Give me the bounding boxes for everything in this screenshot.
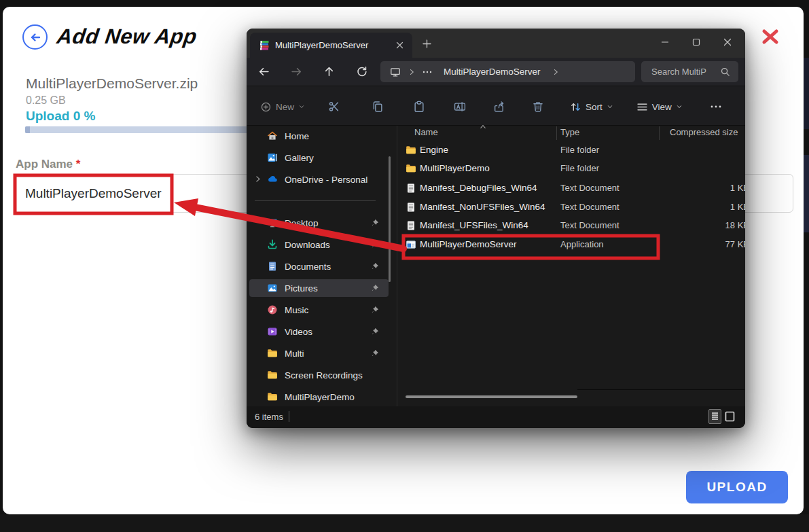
breadcrumb-chevron-icon[interactable] <box>552 68 560 76</box>
sidebar-item-downloads[interactable]: Downloads <box>249 236 389 253</box>
nav-forward-icon[interactable] <box>291 66 302 77</box>
upload-progress-fill <box>25 126 30 133</box>
breadcrumb-ellipsis-icon[interactable] <box>422 68 433 76</box>
column-divider[interactable] <box>556 126 557 140</box>
explorer-toolbar: New <box>247 86 745 126</box>
app-name-label: App Name * <box>16 158 80 171</box>
delete-button[interactable] <box>526 96 550 118</box>
text-document-icon <box>406 202 416 213</box>
folder-icon <box>406 145 416 156</box>
folder-icon <box>267 391 278 402</box>
upload-file-name: MultiPlayerDemoServer.zip <box>26 75 198 92</box>
view-icon <box>636 101 648 113</box>
upload-status-text: Upload 0 % <box>26 109 95 124</box>
file-row-multiplayerdemoserver-exe[interactable]: MultiPlayerDemoServer Application 77 KB <box>397 235 745 254</box>
file-row-manifest-ufsfiles[interactable]: Manifest_UFSFiles_Win64 Text Document 18… <box>397 216 745 235</box>
new-plus-icon <box>260 101 272 113</box>
pin-icon <box>371 306 379 314</box>
explorer-titlebar[interactable]: MultiPlayerDemoServer <box>247 29 745 58</box>
column-header-name[interactable]: Name <box>414 127 438 137</box>
chevron-down-icon <box>676 103 683 110</box>
explorer-tab[interactable]: MultiPlayerDemoServer <box>250 33 412 58</box>
share-button[interactable] <box>488 96 511 118</box>
sort-ascending-caret-icon <box>478 123 488 130</box>
new-button[interactable]: New <box>255 96 310 118</box>
sidebar-item-documents[interactable]: Documents <box>249 258 389 275</box>
sort-button[interactable]: Sort <box>564 96 619 118</box>
upload-file-size: 0.25 GB <box>26 94 66 107</box>
content-divider-line <box>577 389 744 390</box>
nav-back-icon[interactable] <box>258 66 270 77</box>
upload-button[interactable]: UPLOAD <box>686 471 788 503</box>
text-document-icon <box>406 220 416 231</box>
refresh-icon[interactable] <box>356 66 367 77</box>
home-icon <box>267 130 278 141</box>
explorer-body: Home Gallery OneDrive - Personal <box>247 126 745 406</box>
copy-icon <box>372 101 384 113</box>
breadcrumb-segment[interactable]: MultiPlayerDemoServer <box>444 67 541 77</box>
minimize-icon[interactable] <box>660 37 670 48</box>
more-options-button[interactable] <box>704 96 727 118</box>
cut-button[interactable] <box>323 96 346 118</box>
sidebar-scrollbar[interactable] <box>389 156 391 282</box>
maximize-icon[interactable] <box>691 37 702 48</box>
sidebar-item-multi[interactable]: Multi <box>249 344 389 362</box>
details-view-button[interactable] <box>708 409 721 424</box>
pin-icon <box>371 219 379 227</box>
sidebar-item-home[interactable]: Home <box>249 127 389 145</box>
view-button[interactable]: View <box>631 96 688 118</box>
folder-icon <box>267 348 278 359</box>
file-row-manifest-debugfiles[interactable]: Manifest_DebugFiles_Win64 Text Document … <box>397 179 745 198</box>
more-icon <box>710 103 722 111</box>
rename-button[interactable] <box>448 96 471 118</box>
column-header-size[interactable]: Compressed size <box>670 127 738 137</box>
folder-icon <box>267 370 278 380</box>
sidebar-item-music[interactable]: Music <box>249 301 389 319</box>
horizontal-scrollbar[interactable] <box>406 395 577 398</box>
list-view-icon <box>709 410 721 423</box>
sidebar-item-desktop[interactable]: Desktop <box>249 214 389 232</box>
this-pc-icon[interactable] <box>390 67 401 77</box>
sidebar-item-gallery[interactable]: Gallery <box>249 149 389 166</box>
new-tab-icon[interactable] <box>423 39 431 48</box>
gallery-icon <box>267 152 278 163</box>
search-box[interactable]: Search MultiP <box>641 61 738 82</box>
search-icon[interactable] <box>720 67 730 77</box>
breadcrumb-chevron-icon <box>408 68 416 76</box>
sidebar-item-videos[interactable]: Videos <box>249 323 389 340</box>
close-icon[interactable] <box>760 26 780 47</box>
videos-icon <box>267 326 278 337</box>
file-row-multiplayerdemo[interactable]: MultiPlayerDemo File folder <box>397 159 745 178</box>
window-close-icon[interactable] <box>722 37 733 48</box>
music-icon <box>267 304 278 315</box>
new-button-label: New <box>276 102 294 112</box>
column-header-type[interactable]: Type <box>560 127 579 137</box>
sidebar-item-onedrive[interactable]: OneDrive - Personal <box>249 171 389 188</box>
folder-icon <box>406 163 416 174</box>
pin-icon <box>371 262 379 270</box>
nav-up-icon[interactable] <box>323 66 335 77</box>
pin-icon <box>371 349 379 357</box>
breadcrumb-bar[interactable]: MultiPlayerDemoServer <box>380 61 635 82</box>
tab-close-icon[interactable] <box>396 41 403 49</box>
tab-title: MultiPlayerDemoServer <box>275 40 368 50</box>
paste-icon <box>413 101 425 113</box>
explorer-navbar: MultiPlayerDemoServer Search MultiP <box>247 58 745 86</box>
cut-icon <box>328 101 340 113</box>
sidebar-item-screen-recordings[interactable]: Screen Recordings <box>249 366 389 384</box>
chevron-down-icon <box>298 103 305 110</box>
desktop-icon <box>267 217 278 228</box>
copy-button[interactable] <box>366 96 389 118</box>
file-row-manifest-nonufsfiles[interactable]: Manifest_NonUFSFiles_Win64 Text Document… <box>397 198 745 217</box>
paste-button[interactable] <box>408 96 431 118</box>
file-explorer-window: MultiPlayerDemoServer <box>247 29 745 428</box>
icons-view-button[interactable] <box>723 409 736 424</box>
back-button[interactable] <box>22 24 48 50</box>
rename-icon <box>454 101 466 113</box>
status-item-count: 6 items <box>255 412 283 422</box>
page-background-bottom <box>0 514 809 532</box>
sidebar-item-pictures[interactable]: Pictures <box>249 279 389 297</box>
column-divider[interactable] <box>659 126 660 140</box>
sidebar-item-multiplayerdemo[interactable]: MultiPlayerDemo <box>249 388 389 406</box>
file-row-engine[interactable]: Engine File folder <box>397 141 745 160</box>
